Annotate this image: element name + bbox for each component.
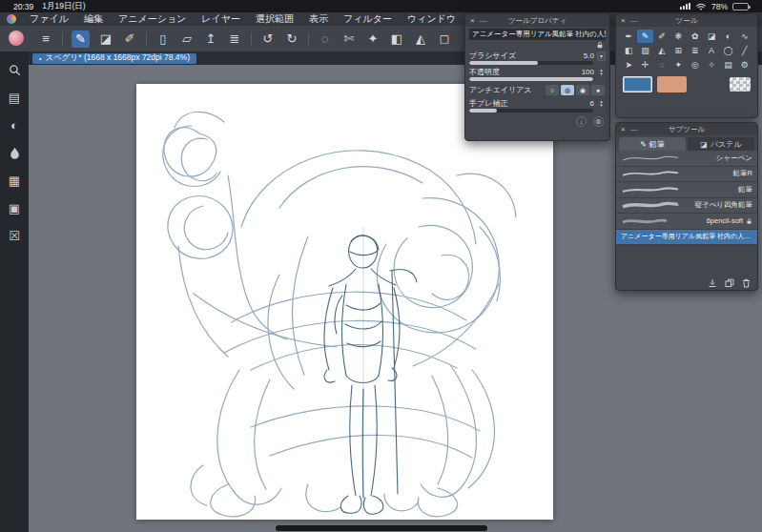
subtool-item[interactable]: 6pencil-soft xyxy=(616,214,757,230)
tab-pastel[interactable]: ◪ パステル xyxy=(688,137,754,151)
lock-icon xyxy=(746,217,752,225)
color-pick-icon[interactable]: ✧ xyxy=(704,58,719,72)
current-brush-name[interactable]: アニメーター専用リアル風鉛筆 社内の人監修版 xyxy=(469,29,606,40)
eraser-tool-icon[interactable]: ◪ xyxy=(98,31,113,48)
close-box-icon[interactable]: ☒ xyxy=(8,229,22,243)
menu-view[interactable]: 表示 xyxy=(301,12,336,26)
frame-icon[interactable]: ⊞ xyxy=(670,44,686,57)
subtool-panel: × — サブツール ✎ 鉛筆 ◪ パステル シャーペン 鉛筆R xyxy=(615,122,758,291)
menu-animation[interactable]: アニメーション xyxy=(111,12,194,26)
liquify-icon[interactable]: ∿ xyxy=(737,30,752,43)
subtool-item[interactable]: シャーペン xyxy=(616,151,757,167)
stabilization-value[interactable]: 6 xyxy=(590,99,594,108)
menu-selection[interactable]: 選択範囲 xyxy=(248,12,301,26)
auto-select-icon[interactable]: ✦ xyxy=(670,58,686,72)
line-correct-icon[interactable]: ╱ xyxy=(737,44,752,57)
opacity-stepper[interactable]: ▲▼ xyxy=(597,69,606,76)
decoration-icon[interactable]: ✿ xyxy=(688,30,703,43)
layers-icon[interactable]: ▤ xyxy=(8,91,22,105)
stabilization-stepper[interactable]: ▲▼ xyxy=(597,100,606,108)
palette-icon[interactable]: ▦ xyxy=(8,174,22,188)
gradient-icon[interactable]: ▨ xyxy=(637,44,652,57)
sketch-drawing[interactable] xyxy=(136,84,553,520)
color-droplet-icon[interactable] xyxy=(8,146,22,160)
save-default-icon[interactable]: ↓ xyxy=(576,116,587,127)
subtool-item[interactable]: 鉛筆 xyxy=(616,182,757,198)
figure-icon[interactable]: ◭ xyxy=(413,31,428,48)
wrench-icon[interactable]: ⚙ xyxy=(593,116,604,127)
brush-icon[interactable]: ✐ xyxy=(654,30,669,43)
menu-filter[interactable]: フィルター xyxy=(336,12,400,26)
tool-panel-header[interactable]: × — ツール xyxy=(616,14,757,27)
grid-icon[interactable]: ≣ xyxy=(227,31,242,48)
tone-icon[interactable]: ◐ xyxy=(8,118,22,133)
device-icon[interactable]: ▯ xyxy=(155,31,171,48)
eyedropper-tool-icon[interactable]: ✐ xyxy=(122,31,137,48)
menu-layer[interactable]: レイヤー xyxy=(194,12,248,26)
stabilization-slider[interactable] xyxy=(469,109,593,113)
menu-window[interactable]: ウィンドウ xyxy=(400,12,463,26)
ruler-icon[interactable]: ≣ xyxy=(688,44,703,57)
pen-icon[interactable]: ✒ xyxy=(621,30,636,43)
aa-middle-button[interactable]: ◉ xyxy=(576,85,589,95)
menu-file[interactable]: ファイル xyxy=(22,12,76,26)
aa-strong-button[interactable]: ● xyxy=(591,85,605,95)
transparent-color-swatch[interactable] xyxy=(730,77,751,92)
subtool-item-selected[interactable]: アニメーター専用リアル風鉛筆 社内の人監修版 xyxy=(616,230,757,246)
tool-property-header[interactable]: × — ツールプロパティ xyxy=(465,14,609,27)
pencil-icon[interactable]: ✎ xyxy=(637,30,652,43)
crop-icon[interactable]: ◻ xyxy=(437,31,452,48)
import-icon[interactable] xyxy=(708,278,717,288)
fill-icon[interactable]: ◧ xyxy=(621,44,636,57)
lasso-icon[interactable]: ✄ xyxy=(341,31,357,48)
export-image-icon[interactable]: ▣ xyxy=(8,201,22,215)
battery-icon xyxy=(732,3,749,10)
pastel-tab-icon: ◪ xyxy=(700,140,708,149)
airbrush-icon[interactable]: ❋ xyxy=(670,30,686,43)
aa-none-button[interactable]: ○ xyxy=(546,85,559,95)
figure-icon[interactable]: ◭ xyxy=(654,44,669,57)
menu-edit[interactable]: 編集 xyxy=(76,12,111,26)
app-logo-icon[interactable] xyxy=(7,14,16,24)
subtool-item[interactable]: 寝そべり四角鉛筆 xyxy=(616,198,757,215)
brush-size-slider[interactable] xyxy=(469,61,593,65)
aa-weak-button[interactable]: ◍ xyxy=(561,85,574,95)
brush-size-combo-icon[interactable]: ▾ xyxy=(597,51,606,61)
settings-icon[interactable]: ⚙ xyxy=(737,58,752,72)
material-icon[interactable]: ▤ xyxy=(720,58,735,72)
trash-icon[interactable] xyxy=(742,278,751,288)
subtool-panel-header[interactable]: × — サブツール xyxy=(616,123,757,135)
subtool-item-label: 鉛筆R xyxy=(733,169,752,178)
selection-icon[interactable]: ◌ xyxy=(654,58,669,72)
csp-mascot-icon[interactable] xyxy=(9,31,24,46)
undo-icon[interactable]: ↺ xyxy=(260,31,276,48)
duplicate-icon[interactable] xyxy=(725,278,734,288)
eraser-icon[interactable]: ◪ xyxy=(704,30,719,43)
wand-icon[interactable]: ✦ xyxy=(365,31,381,48)
opacity-slider[interactable] xyxy=(469,77,593,81)
export-icon[interactable]: ↥ xyxy=(203,31,218,48)
zoom-tool-icon[interactable]: ◎ xyxy=(688,58,703,72)
brush-size-value[interactable]: 5.0 xyxy=(584,51,594,60)
blend-icon[interactable]: ◐ xyxy=(720,30,735,43)
subtool-item[interactable]: 鉛筆R xyxy=(616,167,757,183)
date: 1月19日(日) xyxy=(42,1,85,12)
text-icon[interactable]: A xyxy=(704,44,719,57)
pencil-tool-icon[interactable]: ✎ xyxy=(72,31,90,48)
canvas[interactable] xyxy=(136,84,553,520)
tab-pencil[interactable]: ✎ 鉛筆 xyxy=(619,137,686,151)
balloon-icon[interactable]: ◯ xyxy=(720,44,735,57)
document-tab[interactable]: • スベグリ* (1668 x 1668px 72dpi 78.4%) xyxy=(32,53,196,64)
zoom-icon[interactable] xyxy=(8,63,22,77)
opacity-value[interactable]: 100 xyxy=(582,68,594,76)
home-indicator[interactable] xyxy=(276,525,487,531)
redo-icon[interactable]: ↻ xyxy=(284,31,299,48)
sub-color-swatch[interactable] xyxy=(657,76,687,92)
operation-icon[interactable]: ➤ xyxy=(621,58,636,72)
gradient-icon[interactable]: ◧ xyxy=(389,31,404,48)
move-icon[interactable]: ✛ xyxy=(637,58,652,72)
folder-icon[interactable]: ▱ xyxy=(179,31,195,48)
main-menu-icon[interactable]: ≡ xyxy=(38,31,53,48)
select-icon[interactable]: ◌ xyxy=(318,31,333,48)
main-color-swatch[interactable] xyxy=(623,76,652,92)
